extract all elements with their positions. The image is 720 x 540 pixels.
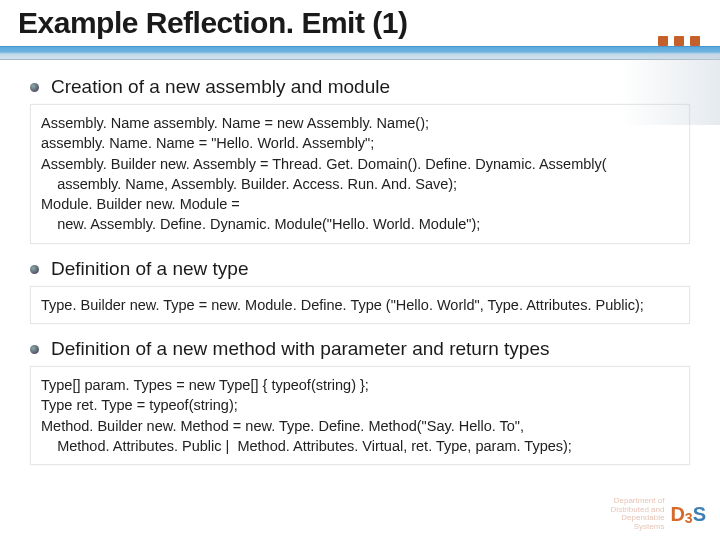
section-new-method: Definition of a new method with paramete… bbox=[30, 338, 690, 465]
page-title: Example Reflection. Emit (1) bbox=[18, 6, 702, 40]
section-heading: Definition of a new type bbox=[51, 258, 249, 280]
code-line: Method. Builder new. Method = new. Type.… bbox=[41, 416, 679, 436]
section-heading: Definition of a new method with paramete… bbox=[51, 338, 550, 360]
logo-letter-d: D bbox=[670, 503, 684, 526]
decorative-dots bbox=[658, 36, 700, 46]
logo-letter-s: S bbox=[693, 503, 706, 526]
bullet-icon bbox=[30, 83, 39, 92]
code-line: Module. Builder new. Module = bbox=[41, 194, 679, 214]
code-line: Method. Attributes. Public | Method. Att… bbox=[41, 436, 679, 456]
department-label: Department of Distributed and Dependable… bbox=[611, 497, 665, 532]
code-line: assembly. Name, Assembly. Builder. Acces… bbox=[41, 174, 679, 194]
code-line: Type ret. Type = typeof(string); bbox=[41, 395, 679, 415]
logo-digit-3: 3 bbox=[685, 510, 693, 526]
content-area: Creation of a new assembly and module As… bbox=[0, 60, 720, 489]
code-block-type: Type. Builder new. Type = new. Module. D… bbox=[30, 286, 690, 324]
code-line: Assembly. Builder new. Assembly = Thread… bbox=[41, 154, 679, 174]
bullet-icon bbox=[30, 345, 39, 354]
section-heading: Creation of a new assembly and module bbox=[51, 76, 390, 98]
bullet-icon bbox=[30, 265, 39, 274]
code-line: Assembly. Name assembly. Name = new Asse… bbox=[41, 113, 679, 133]
code-block-assembly: Assembly. Name assembly. Name = new Asse… bbox=[30, 104, 690, 244]
code-line: assembly. Name. Name = "Hello. World. As… bbox=[41, 133, 679, 153]
dept-line: Systems bbox=[611, 523, 665, 532]
code-line: new. Assembly. Define. Dynamic. Module("… bbox=[41, 214, 679, 234]
code-line: Type[] param. Types = new Type[] { typeo… bbox=[41, 375, 679, 395]
code-block-method: Type[] param. Types = new Type[] { typeo… bbox=[30, 366, 690, 465]
code-line: Type. Builder new. Type = new. Module. D… bbox=[41, 295, 679, 315]
d3s-logo: D 3 S bbox=[670, 503, 706, 526]
footer-badge: Department of Distributed and Dependable… bbox=[611, 497, 706, 532]
header-ribbon bbox=[0, 46, 720, 60]
section-assembly-module: Creation of a new assembly and module As… bbox=[30, 76, 690, 244]
section-new-type: Definition of a new type Type. Builder n… bbox=[30, 258, 690, 324]
